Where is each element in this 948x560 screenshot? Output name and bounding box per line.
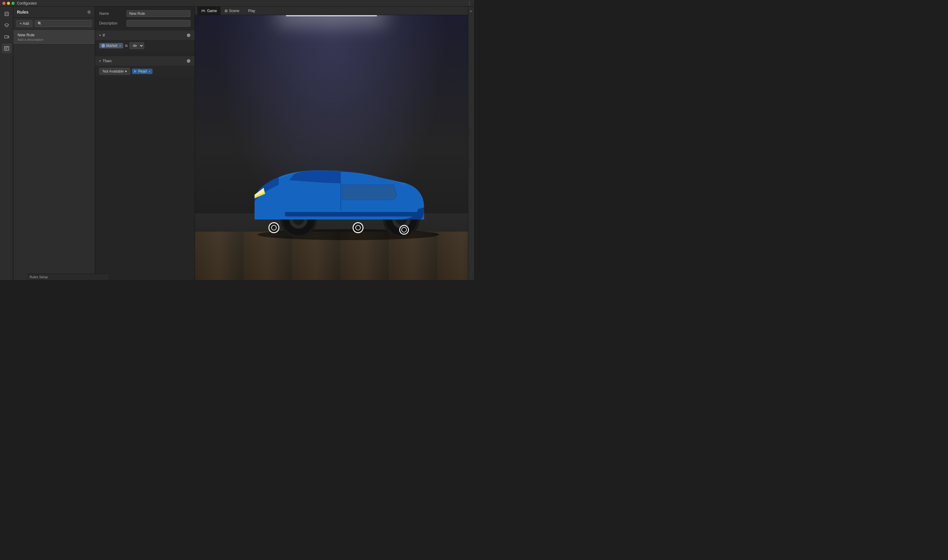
svg-rect-2	[5, 36, 8, 38]
app-title: Configurator	[17, 1, 37, 5]
tab-game[interactable]: 🎮 Game	[198, 7, 221, 15]
description-field-row: Description	[95, 18, 195, 28]
if-section-header: ▾ If ⊕	[95, 31, 195, 40]
gear-icon[interactable]: ⚙	[87, 10, 91, 14]
rule-editor: Name Description ▾ If ⊕ Market	[95, 7, 195, 280]
game-tab-label: Game	[207, 9, 217, 13]
viewport-content	[195, 15, 468, 280]
svg-rect-1	[6, 13, 8, 15]
market-tag-label: Market	[106, 43, 117, 48]
wheel-indicator-rear	[269, 222, 279, 233]
right-panel-label: a	[469, 10, 473, 12]
then-section: ▾ Then ⊕ Not Available ▾ Pearl ×	[95, 56, 195, 77]
minimize-dot[interactable]	[7, 2, 10, 5]
condition-row: Market × is de en fr	[99, 42, 190, 49]
sidebar-icon-rules[interactable]	[2, 43, 11, 53]
if-add-icon[interactable]: ⊕	[187, 32, 190, 38]
market-tag[interactable]: Market ×	[99, 43, 123, 48]
right-panel: a	[468, 7, 474, 280]
scene-tab-icon: ⊞	[225, 9, 228, 13]
then-row: Not Available ▾ Pearl ×	[99, 68, 190, 75]
if-section-content: Market × is de en fr	[95, 40, 195, 51]
title-menu-icon[interactable]: ⋮	[467, 1, 472, 6]
rules-toolbar: + Add	[13, 18, 95, 30]
ceiling-light	[286, 15, 377, 16]
viewport-panel: 🎮 Game ⊞ Scene Play	[195, 7, 468, 280]
svg-rect-0	[5, 12, 8, 16]
wheel-indicator-front	[353, 222, 363, 233]
action-dropdown-arrow: ▾	[125, 69, 127, 74]
sidebar-icon-cube[interactable]	[2, 9, 11, 19]
pearl-tag[interactable]: Pearl ×	[132, 69, 153, 74]
then-section-content: Not Available ▾ Pearl ×	[95, 66, 195, 77]
car-scene	[195, 15, 468, 280]
main-layout: Rules ⚙ + Add New Rule Add a description…	[0, 7, 474, 280]
description-input[interactable]	[127, 20, 190, 27]
rule-item-desc: Add a description	[17, 38, 91, 42]
tab-scene[interactable]: ⊞ Scene	[221, 7, 243, 15]
pearl-tag-icon	[134, 70, 137, 73]
wheel-indicator-far-right	[399, 225, 409, 235]
if-section-label: ▾ If	[99, 33, 105, 37]
search-input[interactable]	[35, 20, 92, 27]
then-section-label: ▾ Then	[99, 58, 112, 63]
name-input[interactable]	[127, 10, 190, 17]
action-dropdown-label: Not Available	[103, 69, 124, 74]
name-label: Name	[99, 11, 124, 16]
then-chevron-icon[interactable]: ▾	[99, 59, 101, 63]
sidebar-icon-video[interactable]	[2, 32, 11, 42]
then-add-icon[interactable]: ⊕	[187, 58, 190, 64]
rules-panel: Rules ⚙ + Add New Rule Add a description…	[13, 7, 95, 280]
pearl-tag-label: Pearl	[138, 69, 147, 74]
window-controls	[2, 2, 14, 5]
market-tag-close[interactable]: ×	[119, 44, 121, 48]
rules-title: Rules	[17, 10, 28, 14]
description-label: Description	[99, 21, 124, 25]
if-section: ▾ If ⊕ Market × is de en fr	[95, 31, 195, 51]
rule-item-name: New Rule	[17, 33, 91, 37]
game-tab-icon: 🎮	[201, 9, 205, 13]
rules-header: Rules ⚙	[13, 7, 95, 18]
then-section-header: ▾ Then ⊕	[95, 56, 195, 66]
if-chevron-icon[interactable]: ▾	[99, 34, 101, 37]
sidebar-icon-layers[interactable]	[2, 20, 11, 30]
action-dropdown[interactable]: Not Available ▾	[99, 68, 130, 75]
add-rule-label: + Add	[20, 22, 29, 26]
play-button[interactable]: Play	[246, 8, 258, 14]
icon-sidebar	[0, 7, 13, 280]
svg-rect-16	[285, 212, 421, 217]
is-text: is	[125, 43, 128, 48]
rule-list-item[interactable]: New Rule Add a description	[13, 30, 95, 45]
rules-setup-label: Rules Setup	[27, 274, 108, 280]
pearl-tag-close[interactable]: ×	[148, 69, 150, 73]
add-rule-button[interactable]: + Add	[16, 20, 32, 27]
market-tag-icon	[101, 44, 105, 48]
maximize-dot[interactable]	[11, 2, 14, 5]
scene-tab-label: Scene	[229, 9, 239, 13]
viewport-tabs: 🎮 Game ⊞ Scene Play	[195, 7, 468, 15]
condition-value-select[interactable]: de en fr	[130, 42, 144, 49]
close-dot[interactable]	[2, 2, 5, 5]
svg-rect-3	[5, 46, 9, 50]
title-bar: Configurator ⋮	[0, 0, 474, 7]
name-field-row: Name	[95, 7, 195, 18]
